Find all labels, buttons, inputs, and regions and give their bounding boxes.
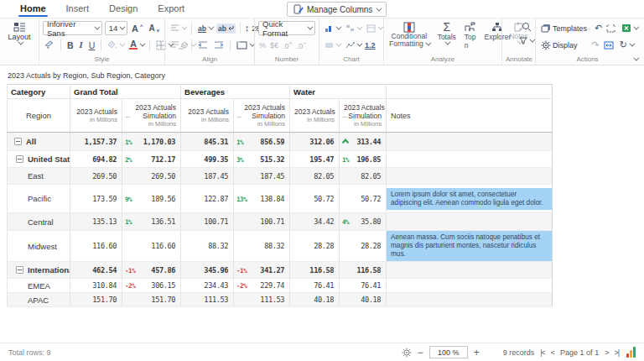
bar-chart-button[interactable] [323,24,341,34]
beverages-simulation-cell[interactable]: 111.53 [234,293,290,307]
font-size-select[interactable]: 14 [105,21,127,35]
font-color-button[interactable]: A [127,39,145,50]
water-simulation-cell[interactable]: 76.41 [340,279,387,293]
row-dimension-header[interactable]: Region [8,99,70,133]
totals-button[interactable]: Σ Totals [436,21,458,46]
selection-mode-icon[interactable] [605,24,617,34]
data-label-format-button[interactable]: 1.2 [365,41,376,50]
grand-total-simulation-cell[interactable]: 269.50 [122,168,181,185]
conditional-formatting-button[interactable]: Conditional Formatting [387,21,431,49]
notes-cell[interactable] [387,168,553,185]
underline-button[interactable]: U [87,40,97,50]
beverages-actuals-cell[interactable]: 122.87 [181,185,234,213]
decrease-font-button[interactable]: Av [147,23,161,34]
row-label-cell[interactable]: International [8,262,70,279]
display-button[interactable]: Display [539,39,579,51]
grand-total-actuals-cell[interactable]: 462.54 [70,262,122,279]
simulation-header-0[interactable]: ←2023 ActualsSimulationin Millions [122,99,181,133]
grand-total-actuals-cell[interactable]: 269.50 [70,168,122,185]
quick-format-select[interactable]: Quick Format [258,21,315,35]
row-label-cell[interactable]: Midwest [8,231,70,262]
layout-button[interactable]: Layout [3,21,35,46]
group-header-2[interactable]: Water [290,85,387,99]
decrease-indent-button[interactable] [196,40,210,50]
notes-cell[interactable] [387,213,553,231]
actuals-header-2[interactable]: 2023 Actualsin Millions [290,99,340,133]
undo-icon[interactable]: ↶ [595,24,602,33]
row-label-cell[interactable]: United States [8,151,70,168]
beverages-actuals-cell[interactable]: 845.31 [181,133,234,151]
row-label-cell[interactable]: All [8,133,70,151]
group-header-1[interactable]: Beverages [181,85,290,99]
row-label-cell[interactable]: Central [8,213,70,231]
wrap-text-button[interactable]: ab [216,24,236,34]
notes-header[interactable]: Notes [387,99,553,133]
grand-total-simulation-cell[interactable]: 151.70 [122,293,181,307]
font-family-select[interactable]: Inforiver Sans [43,21,102,35]
export-excel-button[interactable] [620,23,639,34]
water-simulation-cell[interactable]: 50.72 [340,185,387,213]
water-simulation-cell[interactable]: 1%196.85 [340,151,387,168]
first-page-button[interactable]: |< [540,348,545,357]
collapse-toggle-icon[interactable] [16,266,23,274]
notes-cell[interactable] [387,279,553,293]
box-chart-button[interactable] [323,40,341,50]
sparkline-button[interactable] [344,40,362,50]
tab-insert[interactable]: Insert [65,1,91,17]
refresh-icon[interactable]: ↻ [618,39,635,50]
notes-cell[interactable]: Aenean massa. Cum sociis natoque penatib… [387,231,553,262]
currency-format-button[interactable]: $€ [269,41,279,50]
templates-button[interactable]: Templates [539,23,589,34]
grand-total-simulation-cell[interactable]: 2%712.17 [122,151,181,168]
tab-design[interactable]: Design [107,1,139,17]
grand-total-actuals-cell[interactable]: 173.59 [70,185,122,213]
water-actuals-cell[interactable]: 82.05 [290,168,340,185]
next-page-button[interactable]: > [605,348,608,357]
water-actuals-cell[interactable]: 312.06 [290,133,340,151]
beverages-simulation-cell[interactable]: 1%856.59 [234,133,290,151]
notes-cell[interactable] [387,293,553,307]
grand-total-actuals-cell[interactable]: 694.82 [70,151,122,168]
beverages-actuals-cell[interactable]: 187.45 [181,168,234,185]
notes-cell[interactable] [387,133,553,151]
actuals-header-0[interactable]: 2023 Actualsin Millions [70,99,122,133]
water-actuals-cell[interactable]: 76.41 [290,279,340,293]
beverages-simulation-cell[interactable]: 88.32 [234,231,290,262]
decrease-decimal-button[interactable]: .0− [296,40,308,50]
beverages-simulation-cell[interactable]: 3%515.32 [234,151,290,168]
collapse-toggle-icon[interactable] [14,138,22,145]
tab-export[interactable]: Export [156,1,186,17]
water-simulation-cell[interactable]: 313.44 [340,133,387,151]
redo-icon[interactable]: ↷ [592,40,600,50]
collapse-toggle-icon[interactable] [16,155,23,163]
last-page-button[interactable]: >| [614,348,619,357]
grand-total-actuals-cell[interactable]: 1,157.37 [70,133,122,151]
beverages-simulation-cell[interactable]: -1%341.27 [234,262,290,279]
tab-home[interactable]: Home [18,1,48,17]
beverages-simulation-cell[interactable]: 187.45 [234,168,290,185]
grand-total-simulation-cell[interactable]: 1%1,170.03 [122,133,181,151]
water-actuals-cell[interactable]: 116.58 [290,262,340,279]
hierarchy-chart-button[interactable] [344,24,362,34]
bold-button[interactable]: B [65,40,75,50]
merge-cells-button[interactable] [235,40,255,50]
zoom-level-value[interactable]: 100 % [429,346,468,358]
row-label-cell[interactable]: APAC [8,293,70,307]
fit-width-icon[interactable] [602,40,615,50]
beverages-simulation-cell[interactable]: 100.71 [234,213,290,231]
format-painter-icon[interactable] [43,39,56,50]
grand-total-actuals-cell[interactable]: 310.84 [70,279,122,293]
grand-total-actuals-cell[interactable]: 151.70 [70,293,122,307]
fill-color-button[interactable] [106,39,125,50]
group-header-0[interactable]: Grand Total [70,85,181,99]
beverages-actuals-cell[interactable]: 234.43 [181,279,234,293]
notes-cell[interactable] [387,151,553,168]
row-label-cell[interactable]: Pacific [8,185,70,213]
top-n-button[interactable]: Top n [463,21,478,50]
water-actuals-cell[interactable]: 50.72 [290,185,340,213]
row-label-cell[interactable]: EMEA [8,279,70,293]
row-label-cell[interactable]: East [8,168,70,185]
manage-columns-button[interactable]: Manage Columns [287,2,387,17]
grand-total-simulation-cell[interactable]: 9%189.56 [122,185,181,213]
text-orientation-button[interactable]: ab [196,24,214,34]
